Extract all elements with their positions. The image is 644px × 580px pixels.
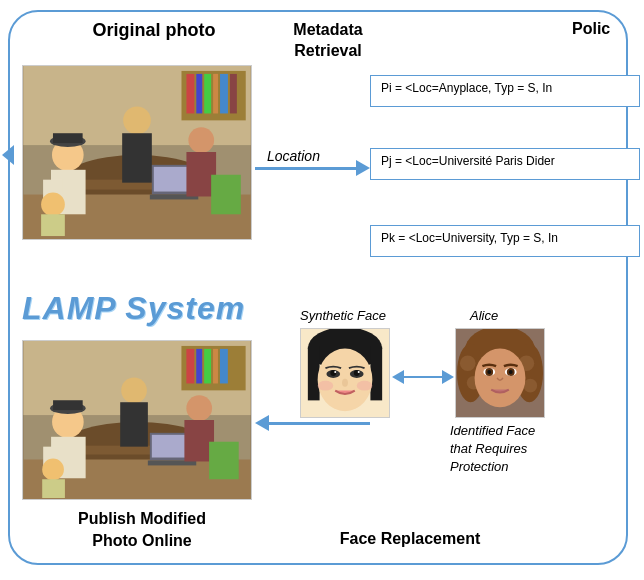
svg-rect-26 (41, 214, 65, 236)
svg-point-60 (330, 370, 336, 376)
svg-point-81 (487, 370, 491, 374)
face-swap-arrow (392, 370, 454, 384)
svg-point-82 (509, 370, 513, 374)
svg-rect-24 (211, 175, 241, 215)
metadata-retrieval-label: Metadata Retrieval (268, 20, 388, 62)
svg-point-25 (41, 193, 65, 217)
location-arrow (255, 160, 370, 176)
publish-label: Publish Modified Photo Online (42, 508, 242, 553)
policy-label: Polic (572, 20, 610, 38)
policy-box-pj: Pj = <Loc=Université Paris Dider (370, 148, 640, 180)
svg-rect-8 (230, 74, 237, 114)
svg-point-72 (460, 355, 476, 371)
svg-point-75 (523, 379, 537, 393)
lamp-system-label: LAMP System (22, 290, 245, 327)
svg-point-63 (358, 371, 360, 373)
svg-rect-30 (186, 349, 194, 384)
svg-rect-31 (196, 349, 202, 384)
identified-face-label: Identified Face that Requires Protection (450, 422, 535, 477)
svg-point-65 (318, 381, 334, 391)
svg-rect-44 (120, 402, 148, 446)
left-indicator-arrow (2, 145, 14, 165)
alice-face-image (455, 328, 545, 418)
synthetic-face-label: Synthetic Face (300, 308, 386, 323)
main-container: Original photo (0, 0, 644, 580)
svg-rect-33 (213, 349, 218, 384)
policy-box-pk: Pk = <Loc=University, Typ = S, In (370, 225, 640, 257)
svg-point-43 (121, 378, 147, 404)
svg-point-17 (123, 107, 151, 135)
svg-point-22 (188, 127, 214, 153)
svg-point-66 (357, 381, 373, 391)
svg-rect-56 (370, 347, 382, 401)
modified-photo-image (22, 340, 252, 500)
synthetic-face-image (300, 328, 390, 418)
svg-rect-42 (53, 400, 83, 410)
svg-rect-5 (204, 74, 211, 114)
svg-rect-32 (204, 349, 211, 384)
svg-point-48 (186, 395, 212, 421)
alice-label: Alice (470, 308, 498, 323)
svg-rect-55 (308, 347, 320, 401)
svg-rect-50 (209, 442, 239, 480)
original-photo-label: Original photo (74, 20, 234, 41)
svg-rect-34 (220, 349, 228, 384)
policy-box-pi: Pi = <Loc=Anyplace, Typ = S, In (370, 75, 640, 107)
svg-point-51 (42, 459, 64, 481)
svg-rect-3 (186, 74, 194, 114)
svg-point-76 (475, 349, 526, 408)
svg-point-64 (342, 379, 348, 387)
svg-rect-16 (53, 133, 83, 143)
face-replacement-label: Face Replacement (320, 530, 500, 548)
svg-rect-18 (122, 133, 152, 182)
svg-rect-7 (220, 74, 228, 114)
svg-rect-4 (196, 74, 202, 114)
svg-point-61 (354, 370, 360, 376)
svg-point-62 (334, 371, 336, 373)
svg-rect-52 (42, 479, 65, 498)
original-photo-image (22, 65, 252, 240)
svg-rect-6 (213, 74, 218, 114)
